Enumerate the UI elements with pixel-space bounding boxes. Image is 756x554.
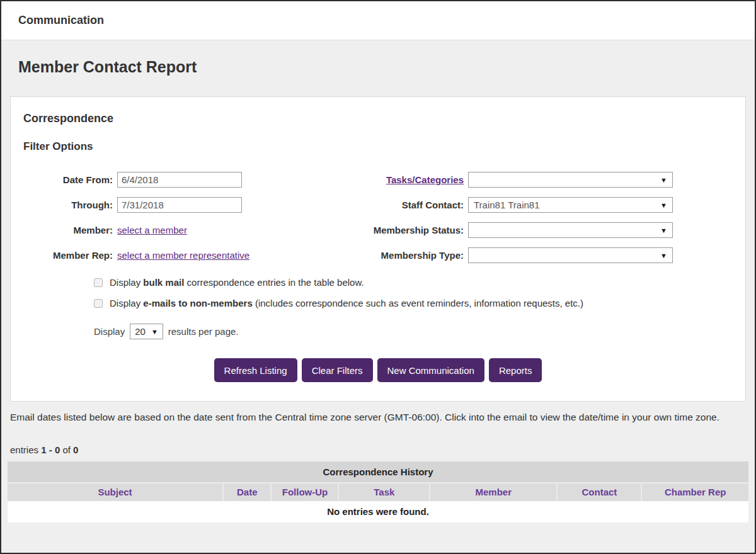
filter-row-1: Date From: Tasks/Categories ▼ (23, 172, 733, 188)
app-header-bar: Communication (1, 1, 755, 40)
section-title-correspondence: Correspondence (23, 112, 733, 125)
per-page-pre-label: Display (94, 326, 125, 337)
clear-filters-button[interactable]: Clear Filters (302, 358, 373, 382)
filter-panel: Correspondence Filter Options Date From:… (10, 96, 746, 402)
column-header-subject[interactable]: Subject (8, 483, 222, 501)
bulk-mail-label: Display bulk mail correspondence entries… (110, 277, 364, 288)
dropdown-arrow-icon: ▼ (660, 223, 667, 238)
filter-row-2: Through: Staff Contact: Train81 Train81 … (23, 197, 733, 213)
non-members-option-row: Display e-mails to non-members (includes… (94, 298, 733, 308)
staff-contact-label: Staff Contact: (359, 200, 464, 210)
tasks-categories-select[interactable]: ▼ (468, 172, 673, 188)
dropdown-arrow-icon: ▼ (151, 328, 158, 336)
reports-button[interactable]: Reports (489, 358, 542, 382)
per-page-post-label: results per page. (168, 326, 239, 337)
member-label: Member: (23, 225, 113, 235)
column-header-member[interactable]: Member (429, 483, 556, 501)
non-members-checkbox[interactable] (94, 299, 103, 308)
refresh-listing-button[interactable]: Refresh Listing (214, 358, 297, 382)
bulk-mail-option-row: Display bulk mail correspondence entries… (94, 277, 733, 288)
member-rep-label: Member Rep: (23, 250, 113, 261)
column-header-follow-up[interactable]: Follow-Up (270, 483, 338, 501)
per-page-selected-value: 20 (135, 326, 146, 337)
filter-row-3: Member: select a member Membership Statu… (23, 222, 733, 238)
membership-status-label: Membership Status: (359, 225, 464, 235)
column-header-task[interactable]: Task (338, 483, 429, 501)
action-buttons-row: Refresh Listing Clear Filters New Commun… (23, 358, 733, 382)
through-input[interactable] (117, 197, 242, 213)
filter-row-4: Member Rep: select a member representati… (23, 247, 733, 263)
timezone-note: Email dates listed below are based on th… (10, 410, 742, 424)
date-from-input[interactable] (117, 172, 242, 188)
membership-type-select[interactable]: ▼ (468, 247, 673, 263)
select-member-rep-link[interactable]: select a member representative (117, 250, 249, 261)
empty-table-message: No entries were found. (8, 501, 748, 523)
membership-type-label: Membership Type: (359, 250, 464, 261)
column-header-date[interactable]: Date (222, 483, 270, 501)
section-title-filter-options: Filter Options (23, 140, 733, 153)
table-title: Correspondence History (8, 461, 748, 483)
staff-contact-select[interactable]: Train81 Train81 ▼ (468, 197, 673, 213)
membership-status-select[interactable]: ▼ (468, 222, 673, 238)
column-header-chamber-rep[interactable]: Chamber Rep (641, 483, 748, 501)
app-window: Communication Member Contact Report Corr… (0, 0, 756, 554)
dropdown-arrow-icon: ▼ (660, 198, 667, 213)
tasks-categories-link[interactable]: Tasks/Categories (386, 174, 464, 185)
new-communication-button[interactable]: New Communication (377, 358, 484, 382)
dropdown-arrow-icon: ▼ (660, 248, 667, 263)
column-header-contact[interactable]: Contact (556, 483, 641, 501)
staff-contact-selected-value: Train81 Train81 (474, 200, 540, 210)
through-label: Through: (23, 200, 113, 210)
correspondence-history-table: Correspondence History Subject Date Foll… (8, 461, 748, 523)
per-page-select[interactable]: 20 ▼ (130, 324, 163, 339)
results-per-page-row: Display 20 ▼ results per page. (94, 324, 733, 339)
app-header-title: Communication (18, 14, 104, 27)
non-members-label: Display e-mails to non-members (includes… (110, 298, 583, 308)
date-from-label: Date From: (23, 174, 113, 185)
select-member-link[interactable]: select a member (117, 225, 187, 235)
entries-count: entries 1 - 0 of 0 (10, 444, 755, 455)
dropdown-arrow-icon: ▼ (660, 172, 667, 188)
page-title: Member Contact Report (18, 58, 755, 76)
bulk-mail-checkbox[interactable] (94, 278, 103, 287)
table-header-row: Subject Date Follow-Up Task Member Conta… (8, 483, 748, 501)
